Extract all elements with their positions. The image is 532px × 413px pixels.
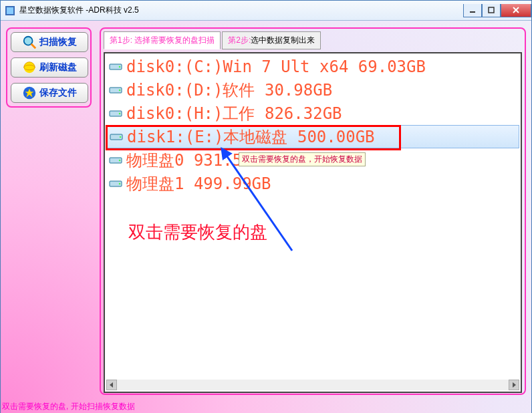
svg-point-15 — [119, 65, 120, 67]
disk-row[interactable]: 物理盘1 499.99GB — [106, 172, 519, 195]
disk-row-text: disk1:(E:)本地磁盘 500.00GB — [127, 126, 375, 148]
svg-line-8 — [31, 44, 35, 48]
star-disk-icon — [22, 86, 37, 100]
scan-recover-label: 扫描恢复 — [39, 36, 77, 48]
annotation-text: 双击需要恢复的盘 — [128, 221, 267, 244]
client-area: 扫描恢复 刷新磁盘 保存文件 第1步: 选择需要恢复的盘扫描 第2步:选中数据复… — [1, 21, 531, 413]
window-title: 星空数据恢复软件 -ADR科技 v2.5 — [19, 5, 463, 16]
disk-row-text: disk0:(C:)Win 7 Ult x64 69.03GB — [126, 57, 426, 76]
drive-icon — [109, 84, 122, 97]
window-controls — [463, 4, 531, 17]
disk-row[interactable]: disk0:(D:)软件 30.98GB — [106, 78, 519, 102]
app-icon — [5, 5, 15, 16]
disk-row[interactable]: disk1:(E:)本地磁盘 500.00GB — [106, 125, 519, 148]
refresh-disk-label: 刷新磁盘 — [39, 61, 77, 74]
svg-point-27 — [119, 159, 120, 160]
titlebar[interactable]: 星空数据恢复软件 -ADR科技 v2.5 — [1, 1, 531, 21]
scroll-track[interactable] — [117, 380, 509, 390]
sidebar: 扫描恢复 刷新磁盘 保存文件 — [6, 27, 92, 108]
app-window: 星空数据恢复软件 -ADR科技 v2.5 扫描恢复 刷新磁盘 保存文件 — [0, 0, 532, 413]
tab-step1-text: 选择需要恢复的盘扫描 — [132, 35, 215, 45]
disk-list[interactable]: disk0:(C:)Win 7 Ult x64 69.03GBdisk0:(D:… — [106, 55, 519, 380]
drive-icon — [109, 154, 122, 167]
magnifier-icon — [22, 35, 37, 49]
save-file-label: 保存文件 — [39, 87, 77, 99]
tab-bar: 第1步: 选择需要恢复的盘扫描 第2步:选中数据复制出来 — [104, 31, 522, 49]
disk-row[interactable]: disk0:(C:)Win 7 Ult x64 69.03GB — [106, 55, 519, 78]
minimize-button[interactable] — [463, 4, 482, 17]
disk-row-text: disk0:(D:)软件 30.98GB — [126, 80, 332, 101]
disk-row-text: disk0:(H:)工作 826.32GB — [126, 103, 342, 124]
tab-step1-num: 第1步: — [110, 35, 132, 45]
main-panel: 第1步: 选择需要恢复的盘扫描 第2步:选中数据复制出来 disk0:(C:)W… — [100, 27, 526, 395]
status-bar-text: 双击需要恢复的盘, 开始扫描恢复数据 — [2, 401, 135, 412]
svg-rect-3 — [489, 7, 494, 13]
close-button[interactable] — [501, 4, 531, 17]
drive-icon — [110, 130, 123, 144]
svg-rect-1 — [7, 7, 13, 14]
svg-point-18 — [119, 89, 120, 90]
save-file-button[interactable]: 保存文件 — [11, 83, 88, 103]
scan-recover-button[interactable]: 扫描恢复 — [11, 32, 88, 52]
tab-step2-text: 选中数据复制出来 — [251, 35, 315, 45]
drive-icon — [109, 60, 122, 74]
tab-step2[interactable]: 第2步:选中数据复制出来 — [222, 31, 321, 49]
svg-point-21 — [119, 112, 120, 114]
tab-step2-num: 第2步: — [228, 35, 251, 45]
disk-row-text: 物理盘1 499.99GB — [126, 173, 271, 194]
disk-row[interactable]: disk0:(H:)工作 826.32GB — [106, 102, 519, 125]
scroll-right-arrow[interactable] — [509, 380, 519, 390]
globe-refresh-icon — [22, 60, 37, 75]
tab-step1[interactable]: 第1步: 选择需要恢复的盘扫描 — [104, 31, 221, 49]
drive-icon — [109, 107, 122, 120]
svg-marker-31 — [110, 382, 113, 388]
horizontal-scrollbar[interactable] — [106, 380, 519, 390]
scroll-left-arrow[interactable] — [106, 380, 117, 390]
refresh-disk-button[interactable]: 刷新磁盘 — [11, 57, 88, 78]
svg-point-30 — [119, 182, 120, 184]
drive-icon — [109, 177, 122, 190]
svg-marker-32 — [513, 382, 516, 388]
disk-list-container: disk0:(C:)Win 7 Ult x64 69.03GBdisk0:(D:… — [104, 52, 522, 393]
maximize-button[interactable] — [482, 4, 501, 17]
tooltip: 双击需要恢复的盘，开始恢复数据 — [239, 152, 366, 166]
svg-point-24 — [120, 136, 121, 137]
